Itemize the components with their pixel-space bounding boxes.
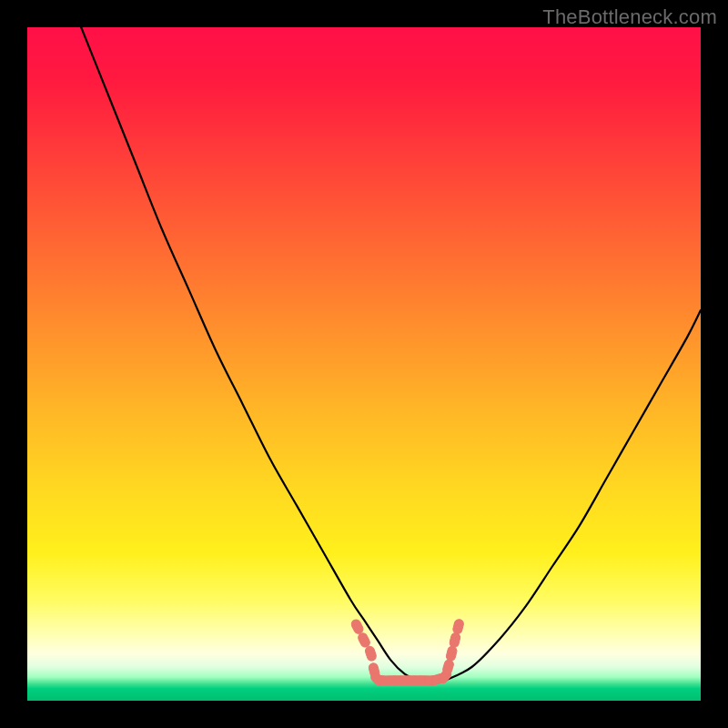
marker <box>449 632 461 648</box>
curve-svg <box>27 27 701 701</box>
marker <box>441 659 454 675</box>
marker <box>445 645 458 662</box>
watermark-text: TheBottleneck.com <box>542 5 717 29</box>
marker <box>364 645 378 662</box>
optimal-range-markers <box>350 618 465 687</box>
marker <box>350 618 365 635</box>
chart-frame: TheBottleneck.com <box>0 0 728 728</box>
marker <box>452 619 465 635</box>
bottleneck-curve <box>81 27 701 684</box>
plot-area <box>27 27 701 701</box>
